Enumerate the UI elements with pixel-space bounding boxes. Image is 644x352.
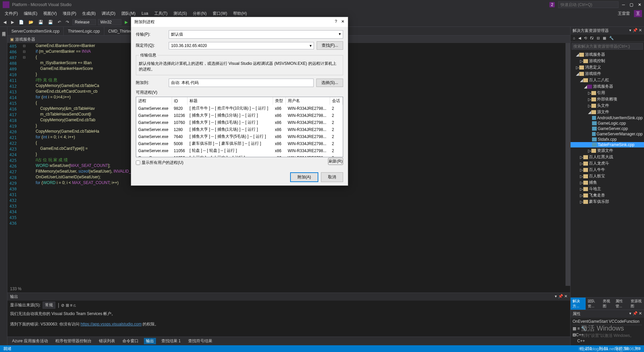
output-link[interactable]: https://app.vssps.visualstudio.com bbox=[80, 322, 142, 326]
tree-node[interactable]: GameServer.cpp bbox=[571, 126, 644, 131]
back-icon[interactable]: ◀ bbox=[577, 36, 582, 41]
output-source-select[interactable]: 常规 bbox=[43, 302, 55, 309]
output-pin-icon[interactable]: ▾ 📌 ✕ bbox=[555, 294, 568, 300]
process-row[interactable]: GameServer.exe9820[ 抢庄牛牛 ] -- [ 抢庄牛牛(10元… bbox=[136, 105, 343, 112]
sync-icon[interactable]: ⟲ bbox=[583, 36, 588, 41]
bottom-tab[interactable]: Azure 应用服务活动 bbox=[10, 338, 50, 344]
transport-select[interactable]: 默认值▾ bbox=[169, 30, 343, 39]
refresh-button[interactable]: 刷新(R) bbox=[328, 158, 343, 165]
output-clear-icon[interactable]: │ ⊘ ⊞ ≡ ⎌ bbox=[57, 303, 76, 308]
nav-back-icon[interactable]: ◀ bbox=[2, 19, 8, 25]
notification-badge[interactable]: 2 bbox=[549, 2, 555, 7]
tree-node[interactable]: GameLogic.cpp bbox=[571, 121, 644, 126]
maximize-icon[interactable]: ▢ bbox=[630, 2, 633, 7]
editor-scrollbar[interactable] bbox=[566, 43, 570, 286]
tab-file-1[interactable]: ThirteenLogic.cpp bbox=[64, 27, 104, 35]
process-row[interactable]: GameServer.exe10236[ 捕鱼大亨 ] -- [ 捕鱼(1分场)… bbox=[136, 112, 343, 119]
user-avatar[interactable]: 王 bbox=[634, 10, 642, 17]
menu-edit[interactable]: 编辑(E) bbox=[21, 10, 40, 17]
dialog-help-icon[interactable]: ? bbox=[335, 19, 337, 25]
attach-button[interactable]: 附加(A) bbox=[290, 172, 318, 182]
menu-window[interactable]: 窗口(W) bbox=[210, 10, 230, 17]
find-button[interactable]: 查找(F)... bbox=[317, 41, 343, 50]
select-button[interactable]: 选择(S)... bbox=[316, 79, 343, 87]
config-select[interactable]: Release bbox=[72, 19, 96, 25]
start-debug-icon[interactable]: ▶ bbox=[123, 20, 129, 25]
solution-tree[interactable]: ◢游戏服务器▷游戏控制▷消息定义◢游戏组件◢百人二八杠◢游戏服务器▷引用▷外部依… bbox=[571, 51, 644, 297]
menu-view[interactable]: 视图(V) bbox=[41, 10, 59, 17]
menu-debug[interactable]: 调试(D) bbox=[99, 10, 118, 17]
tree-node[interactable]: ▷引用 bbox=[571, 90, 644, 96]
bottom-tab[interactable]: 输出 bbox=[144, 338, 156, 344]
minimize-icon[interactable]: ─ bbox=[622, 2, 625, 7]
process-row[interactable]: GameServer.exe11056[ 轮盘 ] -- [ 轮盘 ] -- [… bbox=[136, 147, 343, 154]
redo-icon[interactable]: ↷ bbox=[64, 19, 70, 25]
tree-node[interactable]: TableFrameSink.cpp bbox=[571, 142, 644, 147]
menu-project[interactable]: 项目(P) bbox=[60, 10, 79, 17]
tree-node[interactable]: ▷消息定义 bbox=[571, 64, 644, 71]
tree-node[interactable]: ▷斗地主 bbox=[571, 186, 644, 192]
tree-node[interactable]: ▷豪车俱乐部 bbox=[571, 199, 644, 205]
tab-file-0[interactable]: ServerControlItemSink.cpp bbox=[7, 27, 64, 35]
process-list[interactable]: 进程ID标题类型用户名会话GameServer.exe9820[ 抢庄牛牛 ] … bbox=[136, 97, 343, 157]
tree-node[interactable]: ◢游戏服务器 bbox=[571, 83, 644, 90]
collapse-icon[interactable]: ⊟ bbox=[596, 36, 601, 41]
solution-tab[interactable]: 属性管... bbox=[613, 298, 629, 310]
process-row[interactable]: GameServer.exe11356[ 十三水 ] -- [ 十三水 ] --… bbox=[136, 154, 343, 157]
bottom-tab[interactable]: 错误列表 bbox=[97, 338, 117, 344]
new-icon[interactable]: 📄 bbox=[17, 19, 25, 25]
tree-node[interactable]: ◢游戏组件 bbox=[571, 71, 644, 77]
tree-node[interactable]: ▷百人牛牛 bbox=[571, 167, 644, 173]
dialog-close-icon[interactable]: ✕ bbox=[341, 19, 344, 25]
platform-select[interactable]: Win32 bbox=[98, 19, 121, 25]
save-icon[interactable]: 💾 bbox=[37, 19, 45, 25]
fold-gutter[interactable]: ⊟⊟⊟ bbox=[21, 43, 27, 286]
save-all-icon[interactable]: 💾 bbox=[47, 19, 54, 25]
props-controls[interactable]: ▾ 📌 ✕ bbox=[629, 311, 642, 317]
refresh-icon[interactable]: 🗘 bbox=[589, 36, 595, 41]
tree-node[interactable]: ▷飞禽走兽 bbox=[571, 192, 644, 199]
tree-node[interactable]: GameServerManager.cpp bbox=[571, 131, 644, 137]
tree-node[interactable]: ▷游戏控制 bbox=[571, 58, 644, 64]
tree-node[interactable]: Stdafx.cpp bbox=[571, 137, 644, 142]
process-row[interactable]: GameServer.exe7640[ 捕鱼大亨 ] -- [ 捕鱼大亨(5毛场… bbox=[136, 133, 343, 140]
nav-fwd-icon[interactable]: ▶ bbox=[10, 19, 15, 25]
home-icon[interactable]: ⌂ bbox=[572, 36, 576, 41]
tree-node[interactable]: ▷捕鱼 bbox=[571, 179, 644, 186]
process-row[interactable]: GameServer.exe1280[ 捕鱼大亨 ] -- [ 捕鱼(1元场) … bbox=[136, 126, 343, 133]
tree-node[interactable]: ◢游戏服务器 bbox=[571, 51, 644, 58]
bottom-tab[interactable]: 查找符号结果 bbox=[186, 338, 214, 344]
zoom-level[interactable]: 133 % bbox=[7, 286, 570, 293]
cancel-button[interactable]: 取消 bbox=[321, 172, 343, 182]
menu-test[interactable]: 测试(S) bbox=[171, 10, 190, 17]
bottom-tab[interactable]: 查找结果 1 bbox=[159, 338, 183, 344]
solution-tab[interactable]: 解决方... bbox=[571, 298, 586, 310]
tree-node[interactable]: AndroidUserItemSink.cpp bbox=[571, 115, 644, 121]
output-body[interactable]: 我们无法自动填充你的 Visual Studio Team Services 帐… bbox=[7, 310, 570, 337]
user-name[interactable]: 王雷雷 bbox=[616, 10, 632, 17]
show-all-users-checkbox[interactable]: 显示所有用户的进程(U) bbox=[136, 160, 183, 166]
tree-node[interactable]: ◢百人二八杠 bbox=[571, 77, 644, 83]
solution-tab[interactable]: 资源视图 bbox=[629, 298, 644, 310]
process-row[interactable]: GameServer.exe10760[ 捕鱼大亨 ] -- [ 捕鱼(1毛场)… bbox=[136, 119, 343, 126]
solution-tab[interactable]: 团队资... bbox=[586, 298, 601, 310]
process-row[interactable]: GameServer.exe5008[ 豪车俱乐部 ] -- [ 豪车俱乐部 ]… bbox=[136, 140, 343, 147]
menu-file[interactable]: 文件(F) bbox=[2, 10, 20, 17]
solution-tab[interactable]: 类视图 bbox=[601, 298, 613, 310]
left-toolstrip[interactable]: 服务器资源管理器 工具箱 bbox=[0, 27, 7, 345]
properties-icon[interactable]: 🔧 bbox=[608, 36, 615, 41]
tree-node[interactable]: ◢源文件 bbox=[571, 109, 644, 115]
bottom-tab[interactable]: 命令窗口 bbox=[120, 338, 141, 344]
bottom-tab[interactable]: 程序包管理器控制台 bbox=[53, 338, 94, 344]
solution-search-input[interactable] bbox=[572, 43, 643, 50]
menu-tools[interactable]: 工具(T) bbox=[152, 10, 170, 17]
menu-team[interactable]: 团队(M) bbox=[119, 10, 138, 17]
tree-node[interactable]: ▷百人红黑大战 bbox=[571, 154, 644, 160]
open-icon[interactable]: 📂 bbox=[27, 19, 35, 25]
quick-launch-input[interactable] bbox=[558, 1, 619, 8]
menu-lua[interactable]: Lua bbox=[139, 10, 151, 16]
menu-build[interactable]: 生成(B) bbox=[79, 10, 98, 17]
tree-node[interactable]: ▷资源文件 bbox=[571, 147, 644, 154]
show-all-icon[interactable]: ▦ bbox=[602, 36, 607, 41]
tree-node[interactable]: ▷百人骰宝 bbox=[571, 173, 644, 179]
